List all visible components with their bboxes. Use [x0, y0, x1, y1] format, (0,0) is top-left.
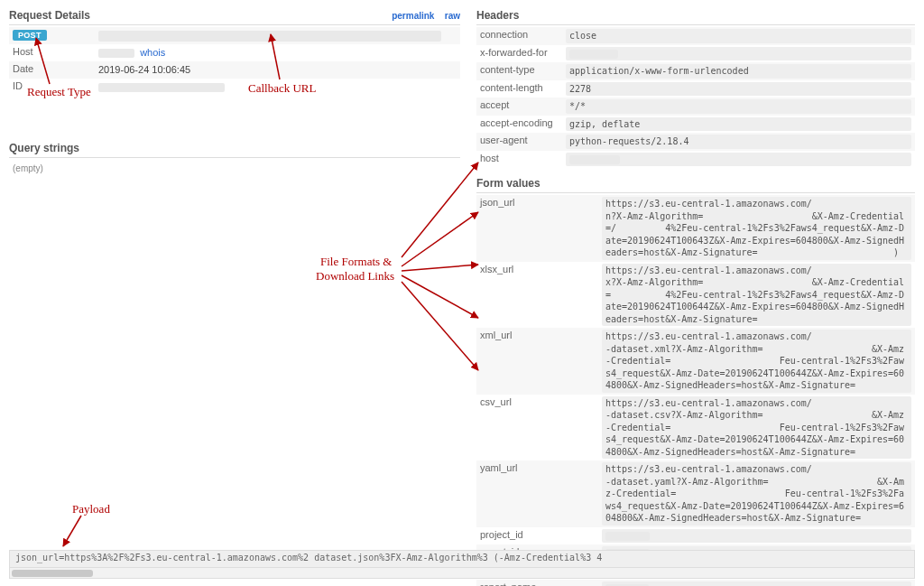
form-row: xlsx_urlhttps://s3.eu-central-1.amazonaw… — [476, 262, 915, 329]
form-key: report_name — [480, 581, 602, 586]
whois-link[interactable]: whois — [140, 47, 165, 58]
permalink-link[interactable]: permalink — [392, 11, 434, 21]
header-row: host — [476, 151, 915, 169]
header-key: user-agent — [480, 135, 566, 145]
form-key: project_id — [480, 529, 602, 540]
form-row: report_name — [476, 580, 915, 586]
form-value: https://s3.eu-central-1.amazonaws.com/ -… — [602, 396, 911, 460]
header-row: x-forwarded-for — [476, 45, 915, 63]
form-key: json_url — [480, 197, 602, 208]
section-query-strings: Query strings — [9, 138, 460, 158]
header-key: connection — [480, 29, 566, 40]
section-headers: Headers — [476, 5, 915, 25]
form-key: yaml_url — [480, 462, 602, 473]
header-value — [566, 153, 911, 167]
form-value — [602, 581, 911, 586]
header-row: accept*/* — [476, 98, 915, 116]
host-redacted — [98, 49, 134, 58]
form-row: json_urlhttps://s3.eu-central-1.amazonaw… — [476, 195, 915, 262]
id-redacted — [98, 83, 225, 92]
query-strings-empty: (empty) — [9, 160, 460, 177]
section-form-values: Form values — [476, 173, 915, 193]
header-row: accept-encodinggzip, deflate — [476, 116, 915, 134]
header-key: content-length — [480, 82, 566, 93]
header-key: x-forwarded-for — [480, 47, 566, 58]
payload-scrollbar[interactable] — [9, 568, 915, 579]
method-row: POST — [9, 27, 460, 44]
host-row: Host whois — [9, 44, 460, 61]
form-key: csv_url — [480, 396, 602, 407]
request-details-rows: POST Host whois Date 2019-06-24 10:06:45… — [9, 27, 460, 95]
form-row: yaml_urlhttps://s3.eu-central-1.amazonaw… — [476, 460, 915, 527]
form-key: xlsx_url — [480, 264, 602, 274]
form-row: xml_urlhttps://s3.eu-central-1.amazonaws… — [476, 328, 915, 395]
header-row: content-length2278 — [476, 80, 915, 98]
form-row: project_id — [476, 527, 915, 545]
payload-area: json_url=https%3A%2F%2Fs3.eu-central-1.a… — [9, 550, 915, 579]
section-request-details: Request Details permalink raw — [9, 5, 460, 25]
method-badge: POST — [13, 30, 47, 41]
header-row: user-agentpython-requests/2.18.4 — [476, 133, 915, 151]
id-label: ID — [13, 80, 98, 91]
header-value: */* — [566, 99, 911, 114]
scrollbar-thumb[interactable] — [12, 570, 93, 577]
date-row: Date 2019-06-24 10:06:45 — [9, 61, 460, 79]
payload-text[interactable]: json_url=https%3A%2F%2Fs3.eu-central-1.a… — [9, 550, 915, 568]
date-value: 2019-06-24 10:06:45 — [98, 63, 457, 77]
header-value: gzip, deflate — [566, 117, 911, 132]
header-value: python-requests/2.18.4 — [566, 135, 911, 149]
form-value: https://s3.eu-central-1.amazonaws.com/ n… — [602, 197, 911, 260]
header-row: connectionclose — [476, 27, 915, 45]
host-label: Host — [13, 46, 98, 57]
form-row: csv_urlhttps://s3.eu-central-1.amazonaws… — [476, 395, 915, 461]
form-value: https://s3.eu-central-1.amazonaws.com/ -… — [602, 462, 911, 526]
header-key: content-type — [480, 64, 566, 75]
header-key: accept — [480, 99, 566, 110]
section-title: Form values — [476, 177, 541, 190]
form-value: https://s3.eu-central-1.amazonaws.com/ -… — [602, 330, 911, 393]
id-row: ID — [9, 79, 460, 96]
header-key: accept-encoding — [480, 117, 566, 128]
form-key: xml_url — [480, 330, 602, 340]
callback-url-redacted — [98, 31, 441, 42]
section-title: Query strings — [9, 142, 79, 154]
header-value: application/x-www-form-urlencoded — [566, 64, 911, 79]
date-label: Date — [13, 63, 98, 74]
header-value: 2278 — [566, 82, 911, 97]
form-value: https://s3.eu-central-1.amazonaws.com/ x… — [602, 264, 911, 327]
headers-rows: connectionclosex-forwarded-forcontent-ty… — [476, 27, 915, 168]
form-values-rows: json_urlhttps://s3.eu-central-1.amazonaw… — [476, 195, 915, 586]
section-title: Headers — [476, 9, 519, 22]
section-title: Request Details — [9, 9, 90, 22]
form-value — [602, 529, 911, 544]
header-row: content-typeapplication/x-www-form-urlen… — [476, 62, 915, 80]
detail-links: permalink raw — [384, 9, 460, 22]
header-value: close — [566, 29, 911, 43]
header-value — [566, 47, 911, 61]
header-key: host — [480, 153, 566, 163]
raw-link[interactable]: raw — [445, 11, 460, 21]
